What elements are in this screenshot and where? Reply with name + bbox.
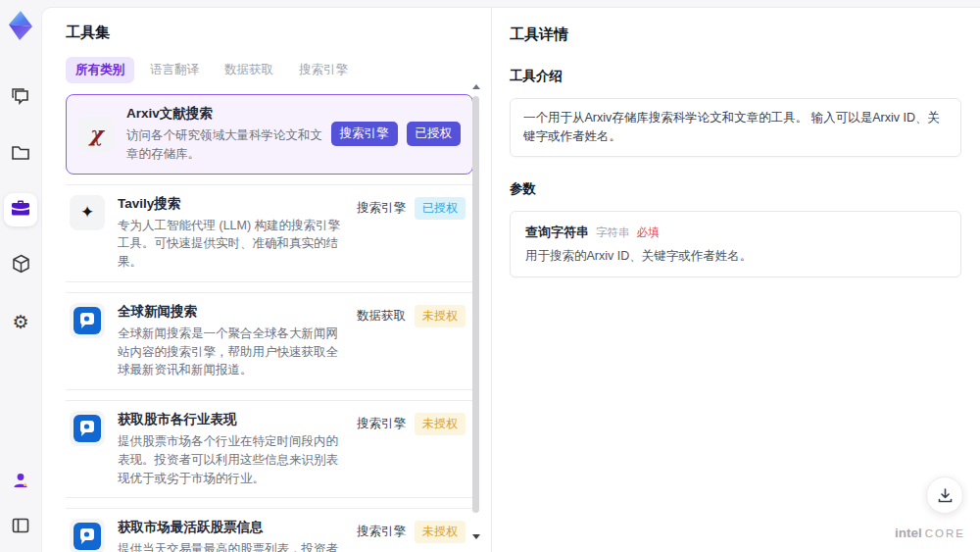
tab-language-translation[interactable]: 语言翻译	[140, 57, 209, 83]
sidebar-item-files[interactable]	[4, 137, 37, 171]
tool-status-badge: 未授权	[415, 413, 466, 435]
main-content-shell: 工具集 所有类别 语言翻译 数据获取 搜索引擎 χ Arxiv文献搜索 访问各个…	[41, 7, 980, 552]
param-required-flag: 必填	[637, 226, 660, 240]
tool-card-active-stocks[interactable]: 获取市场最活跃股票信息 提供当天交易量最高的股票列表，投资者可以利用这些信息来识…	[66, 508, 473, 552]
arxiv-logo-icon: χ	[78, 117, 114, 152]
tab-all-categories[interactable]: 所有类别	[66, 57, 134, 83]
sidebar-item-chat[interactable]	[4, 81, 37, 115]
sidebar-item-settings[interactable]: ⚙	[4, 305, 37, 338]
scroll-up-arrow-icon[interactable]	[472, 84, 480, 89]
tool-card-arxiv[interactable]: χ Arxiv文献搜索 访问各个研究领域大量科学论文和文章的存储库。 搜索引擎 …	[66, 94, 473, 175]
tool-category-label: 搜索引擎	[357, 200, 406, 217]
tool-description: 提供当天交易量最高的股票列表，投资者可以利用这些信息来识别流动性强的股票和潜在的…	[118, 540, 349, 552]
brand-logo	[6, 9, 35, 42]
scrollbar-thumb[interactable]	[472, 96, 479, 513]
category-tabs: 所有类别 语言翻译 数据获取 搜索引擎	[66, 57, 491, 83]
tool-name: 获取市场最活跃股票信息	[118, 519, 349, 536]
download-button[interactable]	[926, 477, 963, 514]
blue-news-logo-icon	[70, 519, 105, 552]
tool-category-label: 数据获取	[357, 308, 406, 325]
tool-status-badge: 未授权	[415, 305, 466, 327]
tool-name: 全球新闻搜索	[118, 303, 349, 321]
tool-card-stock-sectors[interactable]: 获取股市各行业表现 提供股票市场各个行业在特定时间段内的表现。投资者可以利用这些…	[66, 400, 473, 498]
tool-description: 全球新闻搜索是一个聚合全球各大新闻网站内容的搜索引擎，帮助用户快速获取全球最新资…	[118, 325, 349, 379]
collapse-sidebar-toggle[interactable]	[4, 509, 37, 542]
tab-search-engine[interactable]: 搜索引擎	[289, 57, 358, 83]
tool-description: 访问各个研究领域大量科学论文和文章的存储库。	[126, 126, 323, 164]
sidebar-item-tools-active[interactable]	[4, 193, 37, 226]
param-description: 用于搜索的Arxiv ID、关键字或作者姓名。	[525, 248, 946, 265]
tab-data-fetching[interactable]: 数据获取	[215, 57, 283, 83]
tool-detail-panel: 工具详情 工具介绍 一个用于从Arxiv存储库搜索科学论文和文章的工具。 输入可…	[491, 8, 980, 552]
cube-icon	[12, 254, 30, 277]
tool-status-badge: 未授权	[415, 521, 466, 543]
folder-icon	[11, 144, 30, 165]
left-rail: ⚙	[0, 0, 41, 552]
page-title: 工具集	[66, 24, 491, 42]
user-icon	[12, 472, 29, 489]
blue-news-logo-icon	[70, 303, 105, 338]
parameter-card: 查询字符串 字符串 必填 用于搜索的Arxiv ID、关键字或作者姓名。	[510, 211, 961, 277]
tool-name: Arxiv文献搜索	[126, 105, 323, 123]
tool-category-label: 搜索引擎	[357, 524, 406, 540]
panel-toggle-icon	[12, 518, 29, 533]
tool-category-label: 搜索引擎	[357, 416, 406, 432]
tool-category-label: 搜索引擎	[331, 122, 398, 146]
user-avatar[interactable]	[4, 464, 37, 497]
tool-description: 专为人工智能代理 (LLM) 构建的搜索引擎工具。可快速提供实时、准确和真实的结…	[118, 217, 349, 272]
param-name: 查询字符串	[525, 224, 589, 241]
tool-card-tavily[interactable]: ✦ Tavily搜索 专为人工智能代理 (LLM) 构建的搜索引擎工具。可快速提…	[66, 184, 473, 282]
tool-status-badge: 已授权	[407, 122, 462, 146]
param-type: 字符串	[596, 226, 630, 240]
tavily-star-icon: ✦	[70, 195, 105, 230]
core-wordmark: CORE	[925, 527, 965, 539]
blue-news-logo-icon	[70, 411, 105, 446]
tool-intro-box: 一个用于从Arxiv存储库搜索科学论文和文章的工具。 输入可以是Arxiv ID…	[510, 98, 961, 157]
tool-list-panel: 工具集 所有类别 语言翻译 数据获取 搜索引擎 χ Arxiv文献搜索 访问各个…	[42, 8, 491, 552]
tool-status-badge: 已授权	[415, 197, 466, 220]
download-icon	[937, 487, 954, 504]
intel-wordmark: intel	[895, 526, 922, 540]
intro-heading: 工具介绍	[510, 68, 961, 85]
scroll-down-arrow-icon[interactable]	[472, 534, 480, 539]
tool-name: Tavily搜索	[118, 195, 349, 213]
params-heading: 参数	[510, 180, 961, 198]
gear-icon: ⚙	[12, 313, 28, 331]
detail-title: 工具详情	[510, 25, 961, 44]
sidebar-item-packages[interactable]	[4, 249, 37, 282]
tool-card-global-news[interactable]: 全球新闻搜索 全球新闻搜索是一个聚合全球各大新闻网站内容的搜索引擎，帮助用户快速…	[66, 292, 473, 390]
chat-icon	[11, 87, 30, 109]
tool-description: 提供股票市场各个行业在特定时间段内的表现。投资者可以利用这些信息来识别表现优于或…	[118, 432, 349, 487]
list-scrollbar[interactable]	[471, 78, 481, 552]
tool-name: 获取股市各行业表现	[118, 411, 349, 428]
brand-diamond-icon	[7, 10, 34, 41]
tool-list: χ Arxiv文献搜索 访问各个研究领域大量科学论文和文章的存储库。 搜索引擎 …	[66, 94, 473, 552]
intel-core-logo: intel CORE	[895, 526, 965, 540]
briefcase-icon	[11, 199, 30, 221]
